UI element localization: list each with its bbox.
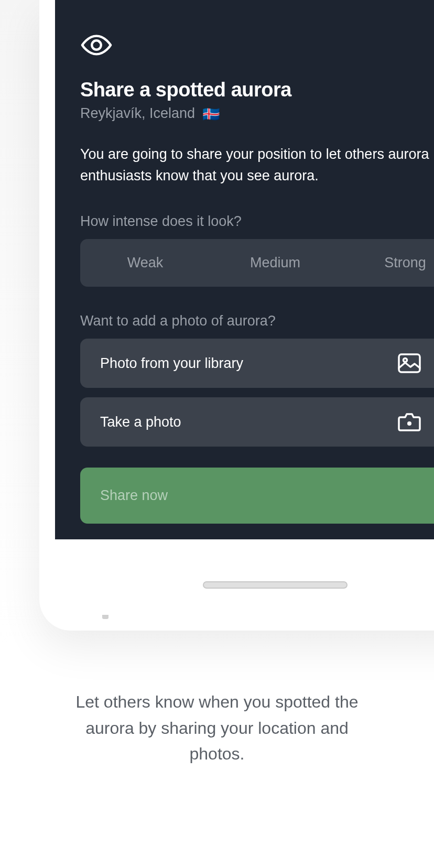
flag-icon: 🇮🇸 [202,106,220,123]
svg-point-6 [407,421,411,426]
photo-icon [398,353,421,373]
app-screen: Share a spotted aurora Reykjavík, Icelan… [55,0,434,539]
svg-point-4 [404,359,407,362]
phone-bezel: Share a spotted aurora Reykjavík, Icelan… [39,0,434,615]
camera-icon [398,412,421,432]
photo-library-label: Photo from your library [100,355,398,372]
eye-icon [80,32,434,60]
share-now-button[interactable]: Share now [80,468,434,524]
marketing-caption: Let others know when you spotted the aur… [0,689,434,767]
intensity-weak[interactable]: Weak [80,239,210,287]
intensity-strong[interactable]: Strong [340,239,434,287]
take-photo-button[interactable]: Take a photo [80,397,434,447]
photo-label: Want to add a photo of aurora? [80,313,434,329]
modal-description: You are going to share your position to … [80,144,434,186]
location-name: Reykjavík, Iceland [80,105,195,121]
photo-library-button[interactable]: Photo from your library [80,339,434,388]
location-text: Reykjavík, Iceland 🇮🇸 [80,105,434,123]
intensity-medium[interactable]: Medium [210,239,340,287]
svg-rect-3 [399,354,420,372]
phone-frame: Share a spotted aurora Reykjavík, Icelan… [39,0,434,631]
share-now-label: Share now [100,487,168,504]
intensity-selector: Weak Medium Strong [80,239,434,287]
home-indicator[interactable] [203,581,348,589]
modal-title: Share a spotted aurora [80,79,434,101]
intensity-label: How intense does it look? [80,213,434,230]
take-photo-label: Take a photo [100,414,398,430]
